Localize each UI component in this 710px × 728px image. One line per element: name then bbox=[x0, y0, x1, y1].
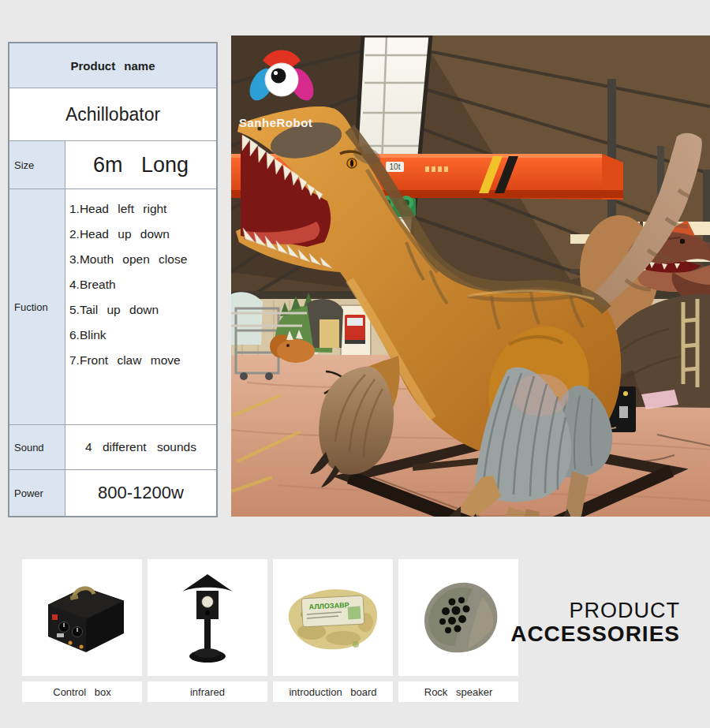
accessory-caption: infrared bbox=[148, 681, 267, 702]
crane-badge-text: 10t bbox=[390, 162, 401, 171]
power-label: Power bbox=[9, 470, 65, 516]
control-box-icon bbox=[32, 573, 132, 662]
accessory-card-introduction-board: АЛЛОЗАВР introduction board bbox=[273, 559, 393, 702]
introduction-board-image: АЛЛОЗАВР bbox=[273, 559, 393, 676]
accessory-caption: Rock speaker bbox=[398, 681, 518, 702]
product-name-row: Achillobator bbox=[9, 88, 216, 141]
red-truck bbox=[345, 315, 365, 344]
function-item: 3.Mouth open close bbox=[69, 252, 187, 267]
sound-row: Sound 4 different sounds bbox=[9, 425, 216, 470]
crane-capacity-badge: 10t bbox=[386, 162, 404, 172]
accessory-caption: introduction board bbox=[273, 681, 393, 702]
power-row: Power 800-1200w bbox=[9, 470, 216, 516]
power-value: 800-1200w bbox=[65, 470, 216, 516]
size-row: Size 6m Long bbox=[9, 141, 216, 189]
rock-speaker-icon bbox=[411, 570, 506, 665]
product-name-value: Achillobator bbox=[9, 88, 216, 140]
function-row: Fuction 1.Head left right 2.Head up down… bbox=[9, 189, 216, 425]
spec-header-row: Product name bbox=[9, 43, 216, 88]
logo-pupil bbox=[271, 69, 286, 84]
spec-header-label: Product name bbox=[9, 43, 216, 88]
introduction-board-icon: АЛЛОЗАВР bbox=[280, 573, 386, 662]
sound-label: Sound bbox=[9, 425, 65, 469]
function-item: 7.Front claw move bbox=[69, 353, 181, 368]
accessory-card-control-box: Control box bbox=[22, 559, 142, 702]
function-item: 2.Head up down bbox=[69, 227, 170, 241]
infrared-sensor-icon bbox=[160, 566, 255, 669]
infrared-image bbox=[148, 559, 267, 676]
accessory-card-infrared: infrared bbox=[148, 559, 267, 702]
accessory-card-rock-speaker: Rock speaker bbox=[398, 559, 518, 702]
function-label: Fuction bbox=[9, 189, 65, 424]
factory-photo: 10t bbox=[231, 35, 710, 517]
spec-table: Product name Achillobator Size 6m Long F… bbox=[8, 42, 218, 517]
size-label: Size bbox=[9, 141, 65, 189]
function-item: 1.Head left right bbox=[69, 202, 166, 216]
control-box-image bbox=[22, 559, 142, 676]
sound-value: 4 different sounds bbox=[65, 425, 216, 469]
rock-speaker-image bbox=[398, 559, 518, 676]
logo-text: SanheRobot bbox=[239, 116, 312, 129]
function-item: 6.Blink bbox=[69, 328, 106, 342]
function-item: 4.Breath bbox=[69, 278, 116, 292]
accessories-heading: PRODUCT ACCESSORIES bbox=[510, 599, 680, 645]
size-value: 6m Long bbox=[65, 141, 216, 189]
function-item: 5.Tail up down bbox=[69, 303, 159, 317]
accessory-caption: Control box bbox=[22, 681, 142, 702]
accessories-heading-line2: ACCESSORIES bbox=[510, 622, 680, 646]
accessories-heading-line1: PRODUCT bbox=[510, 599, 680, 622]
function-list: 1.Head left right 2.Head up down 3.Mouth… bbox=[65, 189, 216, 424]
